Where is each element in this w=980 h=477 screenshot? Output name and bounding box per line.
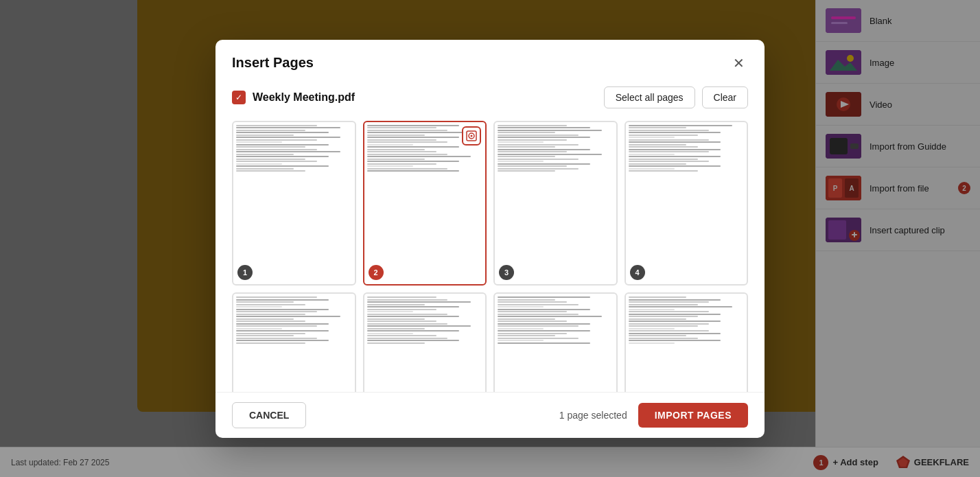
page-cell-1[interactable]: 1: [232, 121, 356, 286]
close-button[interactable]: ✕: [729, 54, 748, 73]
page-number-4: 4: [630, 265, 645, 280]
footer-right: 1 page selected IMPORT PAGES: [559, 403, 748, 428]
svg-point-24: [471, 135, 473, 137]
pages-grid: 12 3456789101112: [232, 121, 748, 392]
page-cell-4[interactable]: 4: [625, 121, 749, 286]
page-number-1: 1: [237, 265, 253, 280]
page-number-3: 3: [499, 265, 514, 280]
file-info: ✓ Weekly Meeting.pdf: [232, 91, 355, 104]
cancel-button[interactable]: CANCEL: [232, 402, 306, 428]
page-cell-3[interactable]: 3: [493, 121, 618, 286]
clear-button[interactable]: Clear: [702, 86, 748, 108]
modal-header: Insert Pages ✕: [215, 40, 765, 84]
page-cell-7[interactable]: 7: [493, 292, 618, 391]
page-cell-2[interactable]: 2: [363, 121, 487, 286]
file-name: Weekly Meeting.pdf: [253, 91, 355, 104]
select-all-button[interactable]: Select all pages: [604, 86, 695, 108]
file-row: ✓ Weekly Meeting.pdf Select all pages Cl…: [215, 84, 765, 118]
selected-count: 1 page selected: [559, 410, 627, 421]
page-cell-6[interactable]: 6: [363, 292, 487, 391]
page-cell-5[interactable]: 5: [232, 292, 356, 391]
file-checkbox[interactable]: ✓: [232, 91, 246, 104]
import-button[interactable]: IMPORT PAGES: [638, 403, 748, 428]
insert-pages-modal: Insert Pages ✕ ✓ Weekly Meeting.pdf Sele…: [215, 40, 765, 438]
page-number-2: 2: [369, 265, 384, 280]
modal-overlay: Insert Pages ✕ ✓ Weekly Meeting.pdf Sele…: [0, 0, 980, 477]
file-actions: Select all pages Clear: [604, 86, 748, 108]
pages-container[interactable]: 12 3456789101112: [215, 118, 765, 392]
modal-footer: CANCEL 1 page selected IMPORT PAGES: [215, 392, 765, 438]
modal-title: Insert Pages: [232, 55, 314, 71]
page-select-icon-2: [462, 126, 481, 146]
page-cell-8[interactable]: 8: [625, 292, 749, 391]
